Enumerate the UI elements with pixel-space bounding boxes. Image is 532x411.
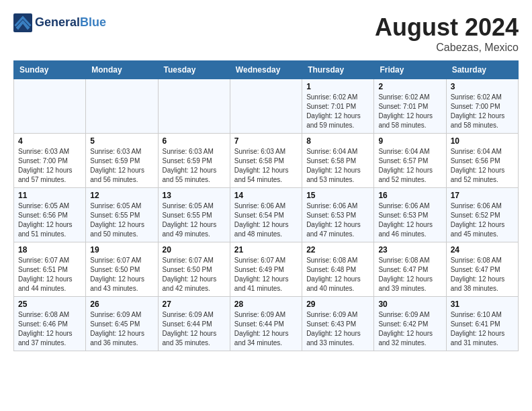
- day-number-3: 3: [451, 82, 514, 91]
- day-number-23: 23: [378, 245, 441, 255]
- day-cell-26: 26Sunrise: 6:09 AM Sunset: 6:45 PM Dayli…: [86, 297, 158, 351]
- day-info-14: Sunrise: 6:06 AM Sunset: 6:54 PM Dayligh…: [234, 201, 298, 239]
- day-info-25: Sunrise: 6:08 AM Sunset: 6:46 PM Dayligh…: [18, 310, 81, 348]
- day-info-20: Sunrise: 6:07 AM Sunset: 6:50 PM Dayligh…: [163, 256, 226, 293]
- day-cell-7: 7Sunrise: 6:03 AM Sunset: 6:58 PM Daylig…: [230, 134, 302, 188]
- day-cell-22: 22Sunrise: 6:08 AM Sunset: 6:48 PM Dayli…: [302, 242, 374, 297]
- day-info-13: Sunrise: 6:05 AM Sunset: 6:55 PM Dayligh…: [163, 201, 226, 239]
- logo-general: General: [35, 15, 80, 29]
- location: Cabezas, Mexico: [375, 42, 519, 54]
- day-cell-23: 23Sunrise: 6:08 AM Sunset: 6:47 PM Dayli…: [374, 242, 446, 297]
- day-cell-25: 25Sunrise: 6:08 AM Sunset: 6:46 PM Dayli…: [14, 297, 86, 351]
- day-info-4: Sunrise: 6:03 AM Sunset: 7:00 PM Dayligh…: [18, 147, 81, 185]
- day-cell-28: 28Sunrise: 6:09 AM Sunset: 6:44 PM Dayli…: [230, 297, 302, 351]
- title-block: August 2024 Cabezas, Mexico: [375, 13, 519, 54]
- calendar-table: SundayMondayTuesdayWednesdayThursdayFrid…: [13, 60, 519, 351]
- day-cell-5: 5Sunrise: 6:03 AM Sunset: 6:59 PM Daylig…: [86, 134, 158, 188]
- weekday-header-thursday: Thursday: [302, 61, 374, 79]
- day-number-16: 16: [378, 191, 441, 200]
- week-row-5: 25Sunrise: 6:08 AM Sunset: 6:46 PM Dayli…: [14, 297, 519, 351]
- day-number-29: 29: [306, 300, 369, 309]
- day-cell-8: 8Sunrise: 6:04 AM Sunset: 6:58 PM Daylig…: [302, 134, 374, 188]
- day-number-24: 24: [451, 245, 514, 255]
- month-title: August 2024: [375, 13, 519, 42]
- logo-text: GeneralBlue: [35, 16, 106, 30]
- logo-icon: [13, 13, 32, 32]
- day-number-13: 13: [163, 191, 226, 200]
- day-cell-14: 14Sunrise: 6:06 AM Sunset: 6:54 PM Dayli…: [230, 188, 302, 242]
- day-info-17: Sunrise: 6:06 AM Sunset: 6:52 PM Dayligh…: [451, 201, 514, 239]
- week-row-1: 1Sunrise: 6:02 AM Sunset: 7:01 PM Daylig…: [14, 79, 519, 134]
- day-info-1: Sunrise: 6:02 AM Sunset: 7:01 PM Dayligh…: [306, 93, 369, 130]
- day-cell-16: 16Sunrise: 6:06 AM Sunset: 6:53 PM Dayli…: [374, 188, 446, 242]
- day-info-8: Sunrise: 6:04 AM Sunset: 6:58 PM Dayligh…: [306, 147, 369, 185]
- day-number-12: 12: [90, 191, 153, 200]
- weekday-header-monday: Monday: [86, 61, 158, 79]
- day-number-15: 15: [306, 191, 369, 200]
- day-number-27: 27: [163, 300, 226, 309]
- weekday-header-saturday: Saturday: [446, 61, 518, 79]
- day-number-5: 5: [90, 136, 153, 146]
- day-info-28: Sunrise: 6:09 AM Sunset: 6:44 PM Dayligh…: [234, 310, 298, 348]
- day-info-10: Sunrise: 6:04 AM Sunset: 6:56 PM Dayligh…: [451, 147, 514, 185]
- day-info-30: Sunrise: 6:09 AM Sunset: 6:42 PM Dayligh…: [378, 310, 441, 348]
- day-info-27: Sunrise: 6:09 AM Sunset: 6:44 PM Dayligh…: [163, 310, 226, 348]
- day-number-17: 17: [451, 191, 514, 200]
- day-cell-20: 20Sunrise: 6:07 AM Sunset: 6:50 PM Dayli…: [158, 242, 230, 297]
- page-header: GeneralBlue August 2024 Cabezas, Mexico: [13, 13, 519, 54]
- day-number-20: 20: [163, 245, 226, 255]
- week-row-3: 11Sunrise: 6:05 AM Sunset: 6:56 PM Dayli…: [14, 188, 519, 242]
- day-number-18: 18: [18, 245, 81, 255]
- day-number-31: 31: [451, 300, 514, 309]
- day-number-1: 1: [306, 82, 369, 91]
- day-info-12: Sunrise: 6:05 AM Sunset: 6:55 PM Dayligh…: [90, 201, 153, 239]
- day-number-19: 19: [90, 245, 153, 255]
- day-number-4: 4: [18, 136, 81, 146]
- weekday-header-tuesday: Tuesday: [158, 61, 230, 79]
- day-cell-24: 24Sunrise: 6:08 AM Sunset: 6:47 PM Dayli…: [446, 242, 518, 297]
- day-info-18: Sunrise: 6:07 AM Sunset: 6:51 PM Dayligh…: [18, 256, 81, 293]
- day-info-21: Sunrise: 6:07 AM Sunset: 6:49 PM Dayligh…: [234, 256, 298, 293]
- week-row-4: 18Sunrise: 6:07 AM Sunset: 6:51 PM Dayli…: [14, 242, 519, 297]
- day-cell-6: 6Sunrise: 6:03 AM Sunset: 6:59 PM Daylig…: [158, 134, 230, 188]
- day-info-31: Sunrise: 6:10 AM Sunset: 6:41 PM Dayligh…: [451, 310, 514, 348]
- day-cell-3: 3Sunrise: 6:02 AM Sunset: 7:00 PM Daylig…: [446, 79, 518, 134]
- logo-blue: Blue: [80, 15, 106, 29]
- day-cell-4: 4Sunrise: 6:03 AM Sunset: 7:00 PM Daylig…: [14, 134, 86, 188]
- empty-cell: [230, 79, 302, 134]
- empty-cell: [158, 79, 230, 134]
- day-info-6: Sunrise: 6:03 AM Sunset: 6:59 PM Dayligh…: [163, 147, 226, 185]
- logo: GeneralBlue: [13, 13, 106, 32]
- day-cell-11: 11Sunrise: 6:05 AM Sunset: 6:56 PM Dayli…: [14, 188, 86, 242]
- week-row-2: 4Sunrise: 6:03 AM Sunset: 7:00 PM Daylig…: [14, 134, 519, 188]
- day-cell-19: 19Sunrise: 6:07 AM Sunset: 6:50 PM Dayli…: [86, 242, 158, 297]
- day-cell-30: 30Sunrise: 6:09 AM Sunset: 6:42 PM Dayli…: [374, 297, 446, 351]
- day-number-26: 26: [90, 300, 153, 309]
- weekday-header-wednesday: Wednesday: [230, 61, 302, 79]
- day-cell-15: 15Sunrise: 6:06 AM Sunset: 6:53 PM Dayli…: [302, 188, 374, 242]
- day-info-11: Sunrise: 6:05 AM Sunset: 6:56 PM Dayligh…: [18, 201, 81, 239]
- day-info-2: Sunrise: 6:02 AM Sunset: 7:01 PM Dayligh…: [378, 93, 441, 130]
- day-number-7: 7: [234, 136, 298, 146]
- day-number-22: 22: [306, 245, 369, 255]
- weekday-header-row: SundayMondayTuesdayWednesdayThursdayFrid…: [14, 61, 519, 79]
- day-info-7: Sunrise: 6:03 AM Sunset: 6:58 PM Dayligh…: [234, 147, 298, 185]
- empty-cell: [14, 79, 86, 134]
- day-info-5: Sunrise: 6:03 AM Sunset: 6:59 PM Dayligh…: [90, 147, 153, 185]
- weekday-header-sunday: Sunday: [14, 61, 86, 79]
- day-cell-31: 31Sunrise: 6:10 AM Sunset: 6:41 PM Dayli…: [446, 297, 518, 351]
- day-info-19: Sunrise: 6:07 AM Sunset: 6:50 PM Dayligh…: [90, 256, 153, 293]
- day-cell-9: 9Sunrise: 6:04 AM Sunset: 6:57 PM Daylig…: [374, 134, 446, 188]
- day-cell-2: 2Sunrise: 6:02 AM Sunset: 7:01 PM Daylig…: [374, 79, 446, 134]
- day-cell-1: 1Sunrise: 6:02 AM Sunset: 7:01 PM Daylig…: [302, 79, 374, 134]
- day-info-26: Sunrise: 6:09 AM Sunset: 6:45 PM Dayligh…: [90, 310, 153, 348]
- day-info-16: Sunrise: 6:06 AM Sunset: 6:53 PM Dayligh…: [378, 201, 441, 239]
- day-info-23: Sunrise: 6:08 AM Sunset: 6:47 PM Dayligh…: [378, 256, 441, 293]
- day-info-24: Sunrise: 6:08 AM Sunset: 6:47 PM Dayligh…: [451, 256, 514, 293]
- day-cell-10: 10Sunrise: 6:04 AM Sunset: 6:56 PM Dayli…: [446, 134, 518, 188]
- day-cell-29: 29Sunrise: 6:09 AM Sunset: 6:43 PM Dayli…: [302, 297, 374, 351]
- day-cell-13: 13Sunrise: 6:05 AM Sunset: 6:55 PM Dayli…: [158, 188, 230, 242]
- day-info-3: Sunrise: 6:02 AM Sunset: 7:00 PM Dayligh…: [451, 93, 514, 130]
- day-cell-18: 18Sunrise: 6:07 AM Sunset: 6:51 PM Dayli…: [14, 242, 86, 297]
- empty-cell: [86, 79, 158, 134]
